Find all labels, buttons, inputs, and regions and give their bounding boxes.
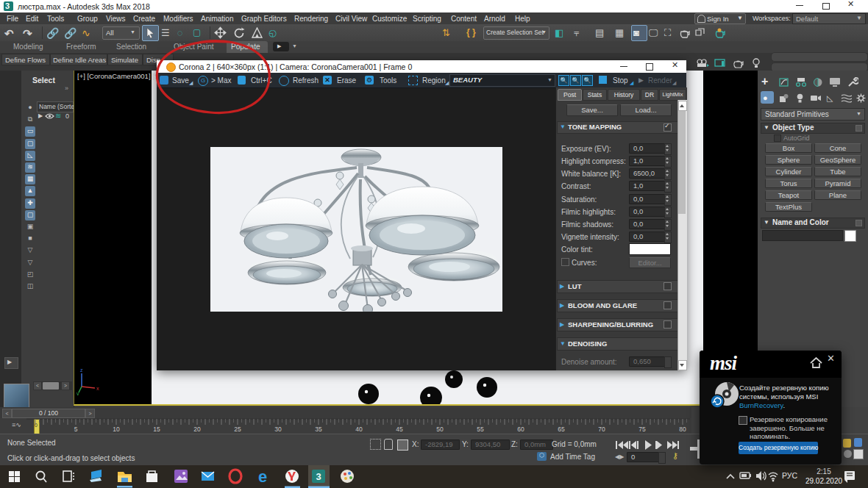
svg-text:3: 3 xyxy=(316,471,321,482)
svg-text:35: 35 xyxy=(315,426,322,433)
svg-text:60: 60 xyxy=(517,426,524,433)
svg-text:30: 30 xyxy=(274,426,282,433)
svg-text:55: 55 xyxy=(477,426,484,433)
svg-text:25: 25 xyxy=(234,426,241,433)
svg-text:50: 50 xyxy=(436,426,444,433)
svg-text:z: z xyxy=(80,367,83,373)
svg-text:40: 40 xyxy=(355,426,363,433)
svg-text:45: 45 xyxy=(396,426,403,433)
svg-text:75: 75 xyxy=(638,426,646,433)
svg-text:y: y xyxy=(77,391,79,395)
svg-text:x: x xyxy=(96,386,99,391)
svg-text:15: 15 xyxy=(153,426,160,433)
svg-text:e: e xyxy=(258,467,267,486)
svg-text:20: 20 xyxy=(193,426,201,433)
svg-text:65: 65 xyxy=(558,426,565,433)
svg-text:70: 70 xyxy=(598,426,605,433)
svg-text:5: 5 xyxy=(74,426,78,433)
svg-text:80: 80 xyxy=(679,426,686,433)
svg-text:10: 10 xyxy=(113,426,120,433)
